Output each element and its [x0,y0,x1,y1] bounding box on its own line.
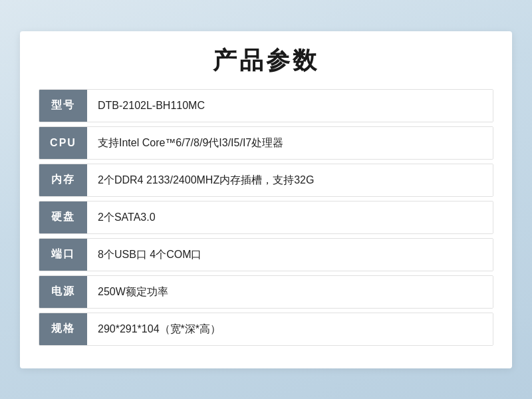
spec-row: 端口8个USB口 4个COM口 [39,238,493,271]
spec-label-0: 型号 [39,90,87,122]
spec-label-6: 规格 [39,313,87,345]
spec-value-4: 8个USB口 4个COM口 [87,239,493,271]
spec-label-2: 内存 [39,164,87,196]
spec-row: 内存2个DDR4 2133/2400MHZ内存插槽，支持32G [39,164,493,197]
spec-label-5: 电源 [39,276,87,308]
spec-value-0: DTB-2102L-BH110MC [87,90,493,122]
spec-label-4: 端口 [39,239,87,271]
spec-value-6: 290*291*104（宽*深*高） [87,313,493,345]
spec-value-1: 支持Intel Core™6/7/8/9代I3/I5/I7处理器 [87,127,493,159]
spec-row: 电源250W额定功率 [39,275,493,309]
spec-table: 型号DTB-2102L-BH110MCCPU支持Intel Core™6/7/8… [39,89,493,346]
spec-label-3: 硬盘 [39,201,87,233]
spec-value-5: 250W额定功率 [87,276,493,308]
spec-row: 规格290*291*104（宽*深*高） [39,313,493,346]
product-spec-card: 产品参数 型号DTB-2102L-BH110MCCPU支持Intel Core™… [20,31,512,368]
spec-label-1: CPU [39,127,87,159]
spec-row: CPU支持Intel Core™6/7/8/9代I3/I5/I7处理器 [39,126,493,160]
spec-value-2: 2个DDR4 2133/2400MHZ内存插槽，支持32G [87,164,493,196]
spec-row: 硬盘2个SATA3.0 [39,201,493,234]
spec-row: 型号DTB-2102L-BH110MC [39,89,493,122]
page-title: 产品参数 [39,45,493,77]
spec-value-3: 2个SATA3.0 [87,201,493,233]
